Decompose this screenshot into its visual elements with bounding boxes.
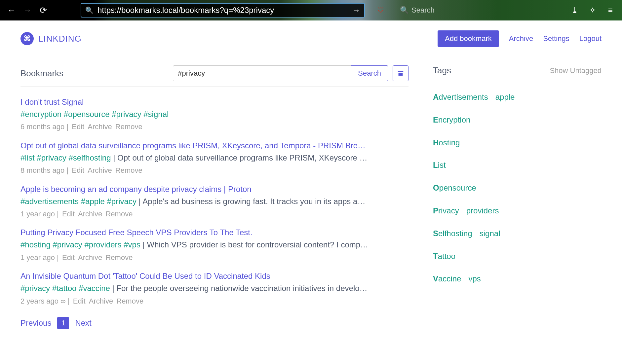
tag-cloud-item[interactable]: Vaccine [433, 272, 461, 286]
bookmark-remove-action[interactable]: Remove [115, 166, 142, 174]
bookmark-edit-action[interactable]: Edit [73, 297, 86, 305]
nav-logout[interactable]: Logout [579, 34, 602, 43]
bookmark-list: I don't trust Signal#encryption #opensou… [20, 96, 408, 307]
bookmark-tag[interactable]: #list [20, 153, 35, 162]
archive-toggle-button[interactable] [393, 65, 408, 81]
bookmark-tags-line: #hosting #privacy #providers #vps | Whic… [20, 238, 408, 251]
bookmark-edit-action[interactable]: Edit [72, 123, 84, 131]
bookmark-meta: 2 years ago ∞ | Edit Archive Remove [20, 295, 408, 307]
bookmarks-title: Bookmarks [20, 68, 63, 79]
bookmark-item: An Invisible Quantum Dot 'Tattoo' Could … [20, 270, 408, 307]
bookmark-tag[interactable]: #signal [143, 110, 169, 119]
bookmark-date: 8 months ago [20, 166, 64, 174]
downloads-icon[interactable]: ⤓ [570, 6, 580, 15]
bookmark-edit-action[interactable]: Edit [62, 253, 75, 262]
tag-cloud-item[interactable]: Privacy [433, 204, 459, 218]
search-icon: 🔍 [85, 6, 94, 14]
extensions-icon[interactable]: ✧ [588, 6, 598, 15]
menu-icon[interactable]: ≡ [605, 6, 615, 15]
logo[interactable]: ⌘ LINKDING [20, 32, 82, 45]
bookmark-title[interactable]: Opt out of global data surveillance prog… [20, 140, 408, 152]
reload-button[interactable]: ⟳ [38, 5, 48, 16]
browser-toolbar: ← → ⟳ 🔍 https://bookmarks.local/bookmark… [0, 0, 622, 20]
bookmark-tag[interactable]: #apple [81, 197, 105, 206]
bookmark-remove-action[interactable]: Remove [105, 253, 133, 262]
bookmark-date: 6 months ago [20, 123, 64, 131]
bookmark-date: 2 years ago ∞ [20, 297, 66, 305]
bookmarks-search-input[interactable] [173, 65, 351, 81]
search-icon: 🔍 [400, 6, 409, 15]
bookmark-archive-action[interactable]: Archive [78, 253, 102, 262]
bookmark-tag[interactable]: #privacy [53, 240, 82, 249]
bookmark-archive-action[interactable]: Archive [88, 166, 112, 174]
bookmark-archive-action[interactable]: Archive [78, 210, 102, 218]
pagination-next[interactable]: Next [75, 318, 91, 328]
bookmark-edit-action[interactable]: Edit [62, 210, 75, 218]
tags-section-header: Tags Show Untagged [433, 65, 602, 81]
bookmark-tags-line: #advertisements #apple #privacy | Apple'… [20, 195, 408, 208]
bookmark-tag[interactable]: #privacy [20, 284, 50, 293]
tag-cloud-item[interactable]: Opensource [433, 181, 476, 195]
bookmark-archive-action[interactable]: Archive [88, 123, 112, 131]
bookmark-remove-action[interactable]: Remove [115, 123, 142, 131]
tag-cloud-item[interactable]: Encryption [433, 113, 470, 127]
bookmarks-section-header: Bookmarks Search [20, 65, 408, 87]
app-header: ⌘ LINKDING Add bookmark Archive Settings… [20, 30, 602, 47]
bookmark-title[interactable]: An Invisible Quantum Dot 'Tattoo' Could … [20, 270, 408, 282]
nav-settings[interactable]: Settings [543, 34, 569, 43]
bookmark-tag[interactable]: #vps [124, 240, 140, 249]
bookmark-meta: 8 months ago | Edit Archive Remove [20, 164, 408, 176]
bookmark-remove-action[interactable]: Remove [105, 210, 133, 218]
bookmark-tags-line: #encryption #opensource #privacy #signal [20, 108, 408, 121]
bookmark-title[interactable]: Putting Privacy Focused Free Speech VPS … [20, 227, 408, 238]
go-arrow-icon[interactable]: → [352, 6, 360, 15]
nav-archive[interactable]: Archive [509, 34, 533, 43]
bookmark-tag[interactable]: #providers [84, 240, 121, 249]
bookmark-title[interactable]: Apple is becoming an ad company despite … [20, 183, 408, 195]
pagination-current[interactable]: 1 [57, 317, 69, 329]
bookmark-description: For the people overseeing nationwide vac… [116, 284, 367, 293]
pagination-previous[interactable]: Previous [20, 318, 51, 328]
bookmark-tag[interactable]: #vaccine [79, 284, 110, 293]
bookmark-tag[interactable]: #advertisements [20, 197, 79, 206]
back-button[interactable]: ← [7, 5, 17, 16]
bookmark-item: Putting Privacy Focused Free Speech VPS … [20, 227, 408, 264]
bookmark-tags-line: #privacy #tattoo #vaccine | For the peop… [20, 282, 408, 295]
archive-icon [397, 70, 404, 77]
tag-cloud-item[interactable]: Tattoo [433, 250, 455, 263]
bookmark-meta: 6 months ago | Edit Archive Remove [20, 121, 408, 133]
bookmark-description: Which VPS provider is best for controver… [147, 240, 368, 249]
bookmark-tag[interactable]: #privacy [112, 110, 141, 119]
search-button[interactable]: Search [351, 65, 388, 81]
tag-cloud-item[interactable]: Selfhosting [433, 227, 472, 240]
bookmark-remove-action[interactable]: Remove [116, 297, 143, 305]
bookmark-tag[interactable]: #selfhosting [68, 153, 111, 162]
bookmark-tag[interactable]: #hosting [20, 240, 51, 249]
browser-search[interactable]: 🔍 Search [400, 6, 435, 15]
bookmark-meta: 1 year ago | Edit Archive Remove [20, 251, 408, 264]
url-bar[interactable]: 🔍 https://bookmarks.local/bookmarks?q=%2… [81, 3, 365, 18]
tag-cloud-item[interactable]: Advertisements [433, 91, 488, 104]
show-untagged-link[interactable]: Show Untagged [550, 66, 602, 75]
bookmark-tag[interactable]: #privacy [37, 153, 66, 162]
add-bookmark-button[interactable]: Add bookmark [438, 30, 499, 47]
tag-cloud-item[interactable]: List [433, 159, 446, 172]
bookmark-title[interactable]: I don't trust Signal [20, 96, 408, 108]
bookmark-archive-action[interactable]: Archive [89, 297, 113, 305]
bookmark-tag[interactable]: #privacy [107, 197, 136, 206]
brand-text: LINKDING [38, 34, 82, 44]
tag-cloud-item[interactable]: providers [466, 204, 499, 218]
bookmark-tag[interactable]: #encryption [20, 110, 61, 119]
bookmark-tag[interactable]: #opensource [64, 110, 110, 119]
forward-button[interactable]: → [22, 5, 32, 16]
bookmark-date: 1 year ago [20, 210, 55, 218]
url-text: https://bookmarks.local/bookmarks?q=%23p… [97, 6, 348, 15]
bookmark-tag[interactable]: #tattoo [52, 284, 76, 293]
ublock-icon[interactable]: 🛡 [377, 7, 384, 14]
pagination: Previous 1 Next [20, 317, 408, 329]
bookmark-edit-action[interactable]: Edit [72, 166, 84, 174]
tag-cloud-item[interactable]: Hosting [433, 136, 460, 150]
tag-cloud-item[interactable]: apple [495, 91, 515, 104]
tag-cloud-item[interactable]: vps [468, 272, 481, 286]
tag-cloud-item[interactable]: signal [480, 227, 500, 240]
